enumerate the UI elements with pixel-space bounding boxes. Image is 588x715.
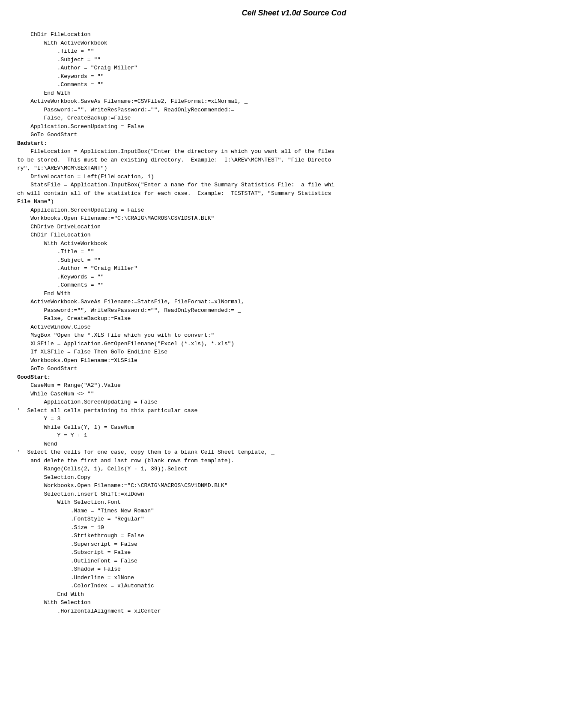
- code-line: If XLSFile = False Then GoTo EndLine Els…: [17, 349, 167, 355]
- code-line: .ColorIndex = xlAutomatic: [17, 583, 154, 589]
- code-line: With ActiveWorkbook: [17, 40, 107, 46]
- code-line: .Subject = "": [17, 257, 101, 263]
- code-label: GoodStart:: [17, 374, 51, 380]
- code-line: .HorizontalAlignment = xlCenter: [17, 608, 161, 614]
- code-line: ' Select all cells pertaining to this pa…: [17, 407, 197, 414]
- code-line: False, CreateBackup:=False: [17, 115, 131, 121]
- code-line: .Size = 10: [17, 524, 104, 531]
- code-line: .FontStyle = "Regular": [17, 516, 144, 522]
- code-line: While CaseNum <> "": [17, 391, 94, 397]
- code-line: With Selection: [17, 599, 91, 606]
- code-line: Y = 3: [17, 416, 60, 422]
- code-line: GoTo GoodStart: [17, 132, 77, 138]
- code-line: With ActiveWorkbook: [17, 240, 107, 247]
- code-line: DriveLocation = Left(FileLocation, 1): [17, 174, 154, 180]
- code-line: .Author = "Craig Miller": [17, 65, 137, 71]
- code-content: ChDir FileLocation With ActiveWorkbook .…: [17, 30, 571, 615]
- code-line: MsgBox "Open the *.XLS file which you wi…: [17, 332, 214, 338]
- code-line: StatsFile = Application.InputBox("Enter …: [17, 182, 334, 188]
- code-line: .Superscript = False: [17, 541, 137, 547]
- code-line: CaseNum = Range("A2").Value: [17, 382, 121, 389]
- code-line: Application.ScreenUpdating = False: [17, 399, 158, 405]
- code-line: ChDir FileLocation: [17, 232, 91, 238]
- code-line: ry", "I:\AREV\MCM\SEXTANT"): [17, 165, 107, 171]
- code-label: Badstart:: [17, 140, 47, 147]
- code-line: FileLocation = Application.InputBox("Ent…: [17, 148, 334, 155]
- code-line: False, CreateBackup:=False: [17, 315, 131, 322]
- code-line: ChDir FileLocation: [17, 31, 91, 38]
- code-line: .Comments = "": [17, 81, 104, 88]
- code-line: ch will contain all of the statistics fo…: [17, 190, 331, 197]
- code-line: ActiveWorkbook.SaveAs Filename:=CSVFile2…: [17, 98, 248, 105]
- code-line: Selection.Insert Shift:=xlDown: [17, 491, 144, 497]
- code-line: .Underline = xlNone: [17, 574, 134, 581]
- code-line: .Subscript = False: [17, 549, 131, 556]
- code-line: .Keywords = "": [17, 73, 104, 80]
- code-line: GoTo GoodStart: [17, 365, 77, 372]
- code-line: Application.ScreenUpdating = False: [17, 123, 144, 130]
- code-line: .Shadow = False: [17, 566, 121, 572]
- code-line: ActiveWorkbook.SaveAs Filename:=StatsFil…: [17, 299, 251, 305]
- code-line: Range(Cells(2, 1), Cells(Y - 1, 39)).Sel…: [17, 466, 188, 472]
- code-line: .Keywords = "": [17, 274, 104, 280]
- code-line: With Selection.Font: [17, 499, 121, 506]
- code-line: .Title = "": [17, 48, 94, 54]
- code-line: End With: [17, 591, 84, 598]
- code-line: While Cells(Y, 1) = CaseNum: [17, 424, 134, 431]
- code-line: to be stored. This must be an existing d…: [17, 157, 331, 163]
- code-line: File Name"): [17, 198, 54, 205]
- code-line: .Comments = "": [17, 282, 104, 288]
- code-line: ChDrive DriveLocation: [17, 224, 101, 230]
- code-line: Workbooks.Open Filename:="C:\CRAIG\MACRO…: [17, 482, 227, 489]
- code-line: Selection.Copy: [17, 474, 91, 481]
- code-line: Workbooks.Open Filename:="C:\CRAIG\MACRO…: [17, 215, 214, 221]
- code-line: .OutlineFont = False: [17, 558, 137, 564]
- code-line: Y = Y + 1: [17, 432, 87, 439]
- code-line: Workbooks.Open Filename:=XLSFile: [17, 357, 137, 364]
- code-line: XLSFile = Application.GetOpenFilename("E…: [17, 341, 234, 347]
- code-line: and delete the first and last row (blank…: [17, 458, 234, 464]
- code-line: ' Select the cells for one case, copy th…: [17, 449, 275, 455]
- code-line: .Title = "": [17, 248, 94, 255]
- code-line: Application.ScreenUpdating = False: [17, 207, 144, 213]
- code-line: .Strikethrough = False: [17, 533, 144, 539]
- code-line: .Subject = "": [17, 57, 101, 63]
- page-title: Cell Sheet v1.0d Source Cod: [17, 9, 571, 18]
- code-line: Wend: [17, 441, 57, 447]
- code-line: Password:="", WriteResPassword:="", Read…: [17, 107, 241, 113]
- code-line: .Author = "Craig Miller": [17, 265, 137, 272]
- code-line: End With: [17, 90, 71, 96]
- code-line: End With: [17, 290, 71, 297]
- code-line: ActiveWindow.Close: [17, 324, 91, 330]
- code-line: Password:="", WriteResPassword:="", Read…: [17, 307, 241, 314]
- code-line: .Name = "Times New Roman": [17, 508, 154, 514]
